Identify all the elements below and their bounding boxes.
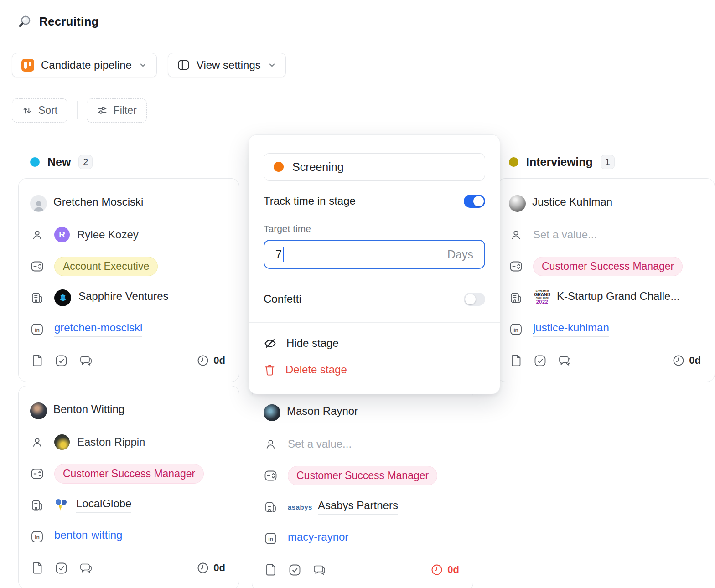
clock-icon <box>431 564 443 576</box>
person-icon <box>30 437 44 448</box>
column-new-header[interactable]: New 2 <box>30 154 239 170</box>
track-time-toggle[interactable] <box>464 195 485 208</box>
target-time-label: Target time <box>264 223 485 234</box>
company-icon <box>509 292 523 304</box>
avatar <box>30 402 47 419</box>
stage-name-input[interactable]: Screening <box>264 153 485 181</box>
time-value: 0d <box>447 564 459 576</box>
target-time-unit: Days <box>447 248 473 261</box>
comments-icon[interactable] <box>313 564 326 576</box>
company-icon <box>30 292 44 304</box>
candidate-card[interactable]: Benton Witting Easton Rippin Customer Su… <box>18 386 239 588</box>
sort-label: Sort <box>38 104 57 117</box>
app-header: Recruiting <box>0 0 715 43</box>
note-icon[interactable] <box>266 563 277 576</box>
company-link[interactable]: Sapphire Ventures <box>78 290 168 305</box>
candidate-name-link[interactable]: Gretchen Mosciski <box>53 196 143 211</box>
candidate-card[interactable]: Justice Kuhlman Set a value... Customer … <box>497 178 715 382</box>
hide-stage-menu-item[interactable]: Hide stage <box>264 335 485 351</box>
assignee-avatar: R <box>54 227 70 242</box>
text-caret <box>283 247 284 262</box>
linkedin-link[interactable]: justice-kuhlman <box>533 321 609 337</box>
svg-text:in: in <box>513 326 518 333</box>
toggle-knob <box>465 294 476 304</box>
pipeline-selector-label: Candidate pipeline <box>41 59 132 72</box>
svg-text:in: in <box>35 534 40 540</box>
time-in-stage: 0d <box>673 355 701 366</box>
toolbar: Candidate pipeline View settings <box>0 43 715 87</box>
trash-icon <box>264 364 276 376</box>
target-time-value: 7 <box>275 248 282 261</box>
logo-line: 2022 <box>533 299 551 305</box>
time-value: 0d <box>213 355 225 366</box>
avatar <box>30 195 47 212</box>
comments-icon[interactable] <box>79 562 93 574</box>
time-in-stage: 0d <box>197 562 225 574</box>
column-title: Interviewing <box>526 155 593 169</box>
sliders-icon <box>97 105 108 116</box>
select-field-icon <box>509 261 523 272</box>
linkedin-link[interactable]: benton-witting <box>54 529 122 544</box>
linkedin-icon: in <box>30 323 44 335</box>
person-icon <box>30 229 44 241</box>
localglobe-logo <box>54 497 69 513</box>
delete-stage-menu-item[interactable]: Delete stage <box>264 362 485 377</box>
column-count-badge: 1 <box>601 155 615 169</box>
sort-button[interactable]: Sort <box>12 98 67 123</box>
assignee-placeholder[interactable]: Set a value... <box>288 438 352 450</box>
pipeline-selector-button[interactable]: Candidate pipeline <box>12 53 157 77</box>
filter-bar: Sort Filter <box>0 87 715 134</box>
linkedin-link[interactable]: gretchen-mosciski <box>54 321 142 337</box>
note-icon[interactable] <box>32 354 43 367</box>
company-link[interactable]: K-Startup Grand Challe... <box>557 290 679 305</box>
note-icon[interactable] <box>32 562 43 574</box>
assignee-placeholder[interactable]: Set a value... <box>533 228 597 241</box>
columns-icon <box>177 59 190 71</box>
candidate-card[interactable]: Gretchen Mosciski R Rylee Kozey Account … <box>18 178 239 382</box>
linkedin-link[interactable]: macy-raynor <box>288 531 348 546</box>
role-badge[interactable]: Customer Success Manager <box>54 464 204 484</box>
view-settings-button[interactable]: View settings <box>168 53 286 77</box>
role-badge[interactable]: Customer Success Manager <box>533 257 683 276</box>
column-interviewing: Interviewing 1 Justice Kuhlman Set a val… <box>497 134 715 170</box>
svg-text:in: in <box>35 326 40 333</box>
note-icon[interactable] <box>511 354 522 367</box>
divider <box>249 281 500 281</box>
kstartup-logo: K-STARTUP GRAND CHALLENGE 2022 <box>533 290 551 305</box>
time-value: 0d <box>689 355 701 366</box>
candidate-name-link[interactable]: Justice Kuhlman <box>532 196 612 211</box>
confetti-row: Confetti <box>264 292 485 306</box>
company-link[interactable]: Asabys Partners <box>318 499 398 515</box>
tasks-icon[interactable] <box>55 562 67 574</box>
kanban-board-icon <box>21 59 34 72</box>
svg-text:in: in <box>268 536 273 542</box>
tasks-icon[interactable] <box>289 564 301 576</box>
sort-arrows-icon <box>22 105 32 116</box>
tasks-icon[interactable] <box>534 355 546 367</box>
candidate-name-link[interactable]: Benton Witting <box>53 403 124 418</box>
tasks-icon[interactable] <box>55 355 67 367</box>
company-link[interactable]: LocalGlobe <box>76 497 131 513</box>
comments-icon[interactable] <box>558 355 571 366</box>
assignee-name[interactable]: Rylee Kozey <box>77 228 139 241</box>
role-badge[interactable]: Account Executive <box>54 257 158 276</box>
linkedin-icon: in <box>264 532 277 545</box>
asabys-logo: asabys <box>288 503 312 511</box>
track-time-row: Track time in stage <box>264 194 485 208</box>
search-icon <box>18 15 32 28</box>
delete-stage-label: Delete stage <box>285 363 347 376</box>
target-time-input[interactable]: 7 Days <box>264 240 485 269</box>
person-icon <box>509 229 523 241</box>
role-badge[interactable]: Customer Success Manager <box>288 466 437 485</box>
filter-button[interactable]: Filter <box>87 98 147 123</box>
column-interviewing-header[interactable]: Interviewing 1 <box>509 154 715 170</box>
stage-color-dot <box>274 162 284 172</box>
candidate-card[interactable]: Mason Raynor Set a value... Customer Suc… <box>252 387 473 588</box>
page-title: Recruiting <box>39 15 99 29</box>
comments-icon[interactable] <box>79 355 93 366</box>
clock-icon <box>197 562 209 574</box>
assignee-name[interactable]: Easton Rippin <box>77 436 145 449</box>
confetti-toggle[interactable] <box>464 293 485 306</box>
candidate-name-link[interactable]: Mason Raynor <box>287 405 358 420</box>
column-new: New 2 Gretchen Mosciski R Rylee Kozey <box>18 134 239 170</box>
